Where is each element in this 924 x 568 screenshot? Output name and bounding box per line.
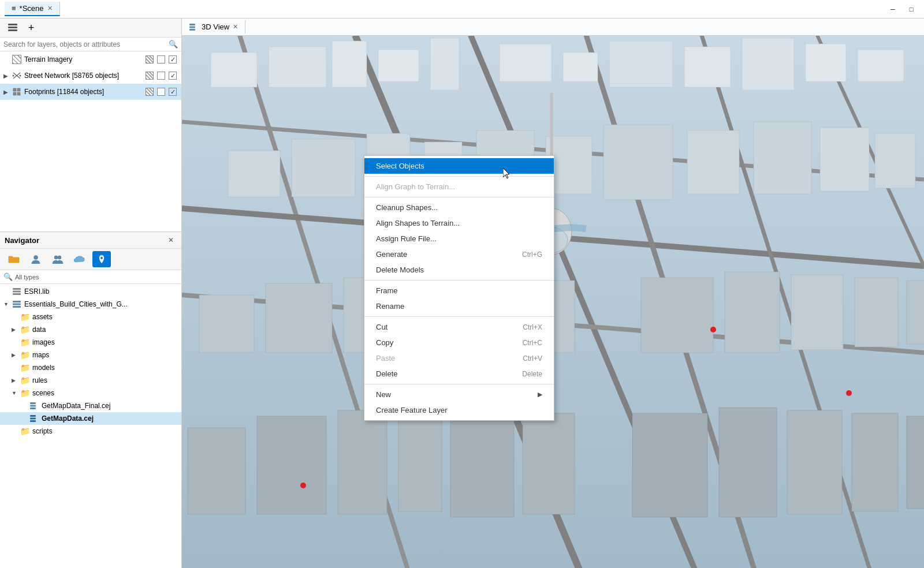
search-icon[interactable]: 🔍 bbox=[169, 40, 178, 48]
footprint-check-1[interactable] bbox=[144, 87, 155, 97]
data-expand[interactable]: ▶ bbox=[12, 327, 20, 332]
ctx-assign-rule[interactable]: Assign Rule File... bbox=[364, 231, 554, 246]
svg-rect-22 bbox=[30, 405, 36, 407]
terrain-check-3[interactable]: ✓ bbox=[167, 54, 178, 65]
ctx-frame[interactable]: Frame bbox=[364, 283, 554, 298]
nav-map-button[interactable] bbox=[92, 251, 111, 267]
scene-panel-header: + bbox=[0, 18, 181, 38]
navigator-close-button[interactable]: ✕ bbox=[165, 234, 177, 246]
terrain-check-2[interactable] bbox=[156, 54, 166, 65]
nav-group-button[interactable] bbox=[49, 251, 67, 267]
layer-expand-footprints[interactable]: ▶ bbox=[3, 89, 12, 95]
folder-icon bbox=[8, 254, 20, 264]
svg-rect-83 bbox=[450, 408, 514, 517]
tree-item-assets[interactable]: 📁 assets bbox=[0, 311, 181, 323]
view-tab-bar: 3D View ✕ bbox=[182, 18, 924, 36]
nav-user-button[interactable] bbox=[27, 251, 45, 267]
tab-scene-close[interactable]: ✕ bbox=[47, 5, 53, 12]
svg-rect-85 bbox=[632, 413, 707, 517]
tree-item-scenes[interactable]: ▼ 📁 scenes bbox=[0, 387, 181, 399]
ctx-rename-label: Rename bbox=[376, 302, 404, 311]
svg-rect-43 bbox=[378, 50, 419, 81]
ctx-delete[interactable]: Delete Delete bbox=[364, 366, 554, 382]
tree-item-maps[interactable]: ▶ 📁 maps bbox=[0, 349, 181, 361]
terrain-checks: ✓ bbox=[144, 54, 178, 65]
tree-item-project[interactable]: ▼ Essentials_Build_Cities_with_G... bbox=[0, 298, 181, 311]
layer-item-street[interactable]: ▶ Street Network [58765 objects] bbox=[0, 68, 181, 84]
add-layer-button[interactable]: + bbox=[23, 21, 39, 35]
layer-item-terrain[interactable]: Terrain Imagery ✓ bbox=[0, 51, 181, 68]
terrain-check-1[interactable] bbox=[144, 54, 155, 65]
maximize-button[interactable]: □ bbox=[903, 3, 919, 15]
left-panel: + 🔍 Terrain Imagery bbox=[0, 18, 182, 568]
ctx-copy[interactable]: Copy Ctrl+C bbox=[364, 335, 554, 350]
layer-item-footprints[interactable]: ▶ Footprints [11844 objects] bbox=[0, 84, 181, 100]
ctx-paste-shortcut: Ctrl+V bbox=[523, 354, 542, 363]
scenes-expand[interactable]: ▼ bbox=[12, 390, 20, 396]
svg-rect-15 bbox=[13, 288, 21, 290]
tree-item-scripts[interactable]: 📁 scripts bbox=[0, 425, 181, 438]
street-check-1[interactable] bbox=[144, 70, 155, 81]
layer-list: Terrain Imagery ✓ ▶ bbox=[0, 51, 181, 231]
footprint-check-2[interactable] bbox=[156, 87, 166, 97]
ctx-cleanup-shapes[interactable]: Cleanup Shapes... bbox=[364, 200, 554, 215]
tab-scene[interactable]: ≡ *Scene ✕ bbox=[5, 2, 60, 16]
rules-expand[interactable]: ▶ bbox=[12, 378, 20, 383]
project-label: Essentials_Build_Cities_with_G... bbox=[24, 300, 128, 308]
nav-search-icon: 🔍 bbox=[3, 272, 13, 281]
tree-item-rules[interactable]: ▶ 📁 rules bbox=[0, 374, 181, 387]
ctx-new-label: New bbox=[376, 390, 391, 399]
nav-folder-button[interactable] bbox=[5, 251, 23, 267]
project-expand[interactable]: ▼ bbox=[3, 301, 12, 307]
ctx-select-objects[interactable]: Select Objects bbox=[364, 158, 554, 174]
tree-item-images[interactable]: 📁 images bbox=[0, 336, 181, 349]
svg-rect-79 bbox=[188, 428, 245, 514]
tree-item-getmap[interactable]: GetMapData.cej bbox=[0, 412, 181, 425]
ctx-create-feature-layer[interactable]: Create Feature Layer bbox=[364, 402, 554, 418]
getmap-label: GetMapData.cej bbox=[42, 414, 94, 423]
ctx-cut[interactable]: Cut Ctrl+X bbox=[364, 319, 554, 335]
ctx-frame-label: Frame bbox=[376, 286, 398, 295]
nav-cloud-button[interactable] bbox=[70, 251, 89, 267]
scripts-folder-icon: 📁 bbox=[20, 427, 30, 436]
tab-3d-view[interactable]: 3D View ✕ bbox=[182, 20, 245, 33]
street-network-icon bbox=[12, 72, 21, 80]
tree-item-data[interactable]: ▶ 📁 data bbox=[0, 323, 181, 336]
getmapfinal-icon bbox=[29, 402, 39, 410]
ctx-copy-shortcut: Ctrl+C bbox=[523, 339, 542, 347]
svg-rect-76 bbox=[791, 275, 843, 350]
layer-search-input[interactable] bbox=[3, 40, 166, 48]
maps-expand[interactable]: ▶ bbox=[12, 352, 20, 358]
view-tab-close[interactable]: ✕ bbox=[233, 23, 238, 31]
ctx-delete-models[interactable]: Delete Models bbox=[364, 262, 554, 278]
ctx-new[interactable]: New ▶ bbox=[364, 387, 554, 402]
ctx-align-shapes[interactable]: Align Shapes to Terrain... bbox=[364, 215, 554, 231]
nav-filter-label[interactable]: All types bbox=[15, 274, 39, 281]
getmapfinal-label: GetMapData_Final.cej bbox=[42, 402, 110, 410]
layer-stack-button[interactable] bbox=[5, 21, 21, 35]
svg-point-13 bbox=[58, 256, 61, 259]
street-check-3[interactable]: ✓ bbox=[167, 70, 178, 81]
svg-rect-48 bbox=[684, 47, 731, 87]
street-check-2[interactable] bbox=[156, 70, 166, 81]
layer-expand-street[interactable]: ▶ bbox=[3, 73, 12, 79]
tree-item-getmapfinal[interactable]: GetMapData_Final.cej bbox=[0, 399, 181, 412]
minimize-button[interactable]: ─ bbox=[885, 3, 901, 15]
svg-rect-28 bbox=[189, 26, 195, 28]
footprint-check-3[interactable]: ✓ bbox=[167, 87, 178, 97]
tree-item-esrilib[interactable]: ESRI.lib bbox=[0, 285, 181, 298]
ctx-copy-label: Copy bbox=[376, 338, 393, 347]
tree-item-models[interactable]: 📁 models bbox=[0, 361, 181, 374]
project-icon bbox=[12, 300, 22, 308]
svg-point-90 bbox=[710, 327, 716, 332]
svg-rect-25 bbox=[30, 418, 36, 420]
ctx-paste: Paste Ctrl+V bbox=[364, 350, 554, 366]
ctx-generate[interactable]: Generate Ctrl+G bbox=[364, 246, 554, 262]
ctx-rename[interactable]: Rename bbox=[364, 298, 554, 314]
maps-folder-icon: 📁 bbox=[20, 350, 30, 360]
ctx-assign-rule-label: Assign Rule File... bbox=[376, 234, 437, 243]
svg-rect-45 bbox=[500, 44, 552, 81]
svg-point-12 bbox=[54, 256, 58, 259]
ctx-sep-5 bbox=[364, 384, 554, 384]
svg-rect-49 bbox=[742, 38, 794, 90]
